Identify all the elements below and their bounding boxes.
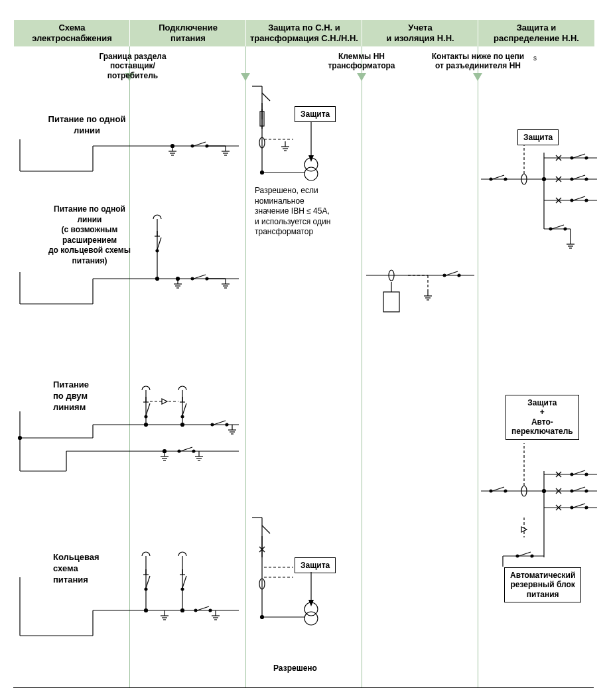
- svg-point-54: [181, 609, 184, 612]
- svg-point-45: [181, 423, 184, 427]
- svg-point-46: [163, 450, 167, 453]
- svg-point-29: [156, 277, 159, 281]
- svg-point-35: [19, 437, 22, 440]
- svg-line-66: [262, 525, 270, 533]
- svg-point-22: [171, 145, 174, 148]
- circuit-drawing: [0, 0, 607, 700]
- svg-point-44: [145, 423, 148, 427]
- svg-rect-76: [383, 292, 399, 312]
- svg-point-73: [261, 616, 264, 619]
- svg-marker-43: [162, 399, 167, 404]
- diagram-root: Схема электроснабжения Подключение питан…: [0, 0, 607, 700]
- svg-point-53: [145, 609, 148, 612]
- svg-line-57: [262, 93, 270, 101]
